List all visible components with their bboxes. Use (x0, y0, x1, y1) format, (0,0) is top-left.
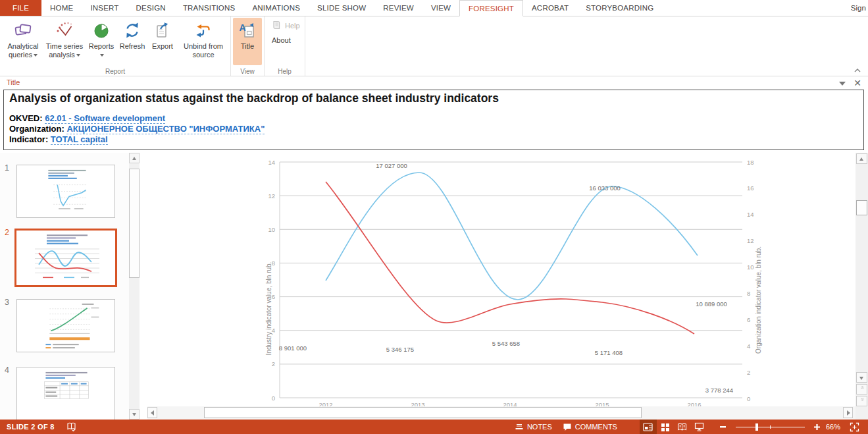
title-pane-dropdown-icon[interactable] (839, 82, 846, 86)
unbind-from-source-button[interactable]: Unbind from source (178, 18, 229, 65)
next-slide-button[interactable] (856, 396, 867, 406)
vertical-scrollbar-thumb[interactable] (856, 200, 867, 215)
refresh-button[interactable]: Refresh (117, 18, 147, 65)
slide-number-3: 3 (5, 298, 9, 307)
time-series-analysis-button[interactable]: Time series analysis (43, 18, 86, 65)
ribbon-tab-slide-show[interactable]: SLIDE SHOW (309, 0, 374, 16)
ribbon-tab-review[interactable]: REVIEW (374, 0, 422, 16)
right-axis-tick: 12 (747, 237, 754, 244)
ribbon-tab-transitions[interactable]: TRANSITIONS (174, 0, 244, 16)
chart-data-label: 17 027 000 (376, 162, 407, 169)
reports-button[interactable]: Reports (86, 18, 117, 65)
normal-view-icon (643, 423, 653, 431)
ribbon-tab-file[interactable]: FILE (0, 0, 41, 16)
right-axis-tick: 0 (747, 395, 750, 402)
help-button[interactable]: Help (268, 19, 303, 32)
scroll-left-button[interactable] (147, 407, 157, 418)
chart-data-label: 10 889 000 (696, 300, 727, 308)
slide-thumbnail-3[interactable] (16, 299, 115, 352)
normal-view-button[interactable] (640, 420, 657, 434)
slide-show-button[interactable] (691, 420, 708, 434)
notes-button[interactable]: NOTES (509, 420, 557, 434)
right-axis-tick: 14 (747, 211, 754, 218)
ribbon-tab-animations[interactable]: ANIMATIONS (243, 0, 309, 16)
arrow-down-icon (859, 377, 863, 380)
sign-in-link[interactable]: Sign in (851, 0, 868, 16)
slide-thumbnail-1[interactable] (16, 165, 115, 218)
notes-icon (515, 423, 524, 431)
ribbon-tab-design[interactable]: DESIGN (128, 0, 174, 16)
arrow-up-icon (132, 157, 136, 160)
chart-data-label: 5 543 658 (492, 340, 520, 347)
zoom-in-button[interactable] (811, 420, 823, 434)
ribbon-tab-foresight[interactable]: FORESIGHT (459, 0, 523, 16)
double-chevron-down-icon (859, 398, 865, 401)
ribbon-tab-storyboarding[interactable]: STORYBOARDING (577, 0, 662, 16)
x-axis-tick: 2014 (497, 401, 523, 406)
arrow-up-icon (859, 157, 863, 161)
horizontal-scrollbar-thumb[interactable] (204, 407, 642, 418)
right-axis-tick: 6 (747, 316, 750, 323)
chart-labels-layer: 0246810121402468101214161820122013201420… (147, 153, 855, 406)
zoom-out-button[interactable] (717, 420, 729, 434)
reading-view-icon (677, 423, 687, 431)
group-label-view: View (231, 68, 264, 75)
export-icon (153, 20, 172, 40)
analytical-queries-button[interactable]: Analytical queries (3, 18, 43, 65)
slide-canvas[interactable]: 0246810121402468101214161820122013201420… (147, 153, 855, 406)
dropdown-arrow-icon (76, 54, 80, 57)
ribbon: Analytical queries Time series analysis … (0, 16, 868, 76)
collapse-ribbon-button[interactable] (853, 65, 862, 73)
dropdown-arrow-icon (34, 54, 38, 57)
spell-check-button[interactable] (66, 421, 76, 433)
title-toggle-button[interactable]: A Title (233, 18, 262, 65)
thumbnail-scroll-up-button[interactable] (129, 153, 140, 163)
zoom-slider[interactable] (732, 427, 809, 427)
about-button[interactable]: About (268, 34, 303, 47)
scroll-right-button[interactable] (843, 407, 853, 418)
refresh-icon (122, 20, 142, 40)
scroll-down-button[interactable] (856, 372, 867, 383)
ribbon-tab-home[interactable]: HOME (41, 0, 82, 16)
arrow-right-icon (847, 410, 850, 416)
title-pane-close-icon[interactable]: ✕ (854, 78, 861, 88)
slide-thumbnail-4[interactable] (16, 367, 115, 420)
notes-label: NOTES (527, 423, 552, 431)
arrow-left-icon (151, 410, 154, 416)
right-axis-title: Organization indicator value, bln rub. (755, 221, 762, 379)
thumbnail-scrollbar-thumb[interactable] (129, 169, 140, 278)
right-axis-tick: 2 (747, 369, 750, 376)
zoom-percentage[interactable]: 66% (826, 423, 840, 431)
title-icon: A (238, 20, 257, 40)
slide-counter: SLIDE 2 OF 8 (7, 423, 55, 431)
export-button[interactable]: Export (147, 18, 178, 65)
ribbon-group-report: Analytical queries Time series analysis … (0, 16, 231, 76)
about-label: About (272, 36, 291, 44)
powerpoint-window: FILEHOMEINSERTDESIGNTRANSITIONSANIMATION… (0, 0, 868, 434)
organization-link[interactable]: АКЦИОНЕРНОЕ ОБЩЕСТВО "ИНФОРМАТИКА" (66, 124, 265, 134)
okved-link[interactable]: 62.01 - Software development (45, 113, 165, 124)
indicator-link[interactable]: TOTAL capital (51, 134, 108, 145)
previous-slide-button[interactable] (856, 384, 867, 394)
right-axis-tick: 16 (747, 184, 754, 192)
slide-thumbnail-2[interactable] (14, 229, 117, 287)
spell-check-icon (66, 421, 76, 431)
left-axis-title: Industry indicator value, bln rub. (265, 230, 272, 388)
scroll-up-button[interactable] (856, 153, 867, 164)
unbind-label: Unbind from source (184, 42, 223, 59)
okved-label: OKVED: (9, 113, 43, 123)
ribbon-tab-view[interactable]: VIEW (422, 0, 459, 16)
zoom-slider-track[interactable] (736, 427, 805, 427)
reading-view-button[interactable] (674, 420, 691, 434)
chart-data-label: 3 778 244 (705, 387, 733, 394)
slide-sorter-view-button[interactable] (657, 420, 674, 434)
title-label: Title (241, 42, 254, 50)
zoom-slider-handle[interactable] (755, 423, 758, 431)
double-chevron-up-icon (859, 386, 865, 389)
ribbon-tab-acrobat[interactable]: ACROBAT (523, 0, 577, 16)
comments-button[interactable]: COMMENTS (557, 420, 623, 434)
ribbon-tab-insert[interactable]: INSERT (82, 0, 127, 16)
thumbnail-scroll-down-button[interactable] (129, 409, 140, 420)
workspace: 1 2 (0, 153, 868, 420)
fit-slide-to-window-button[interactable] (846, 420, 863, 434)
